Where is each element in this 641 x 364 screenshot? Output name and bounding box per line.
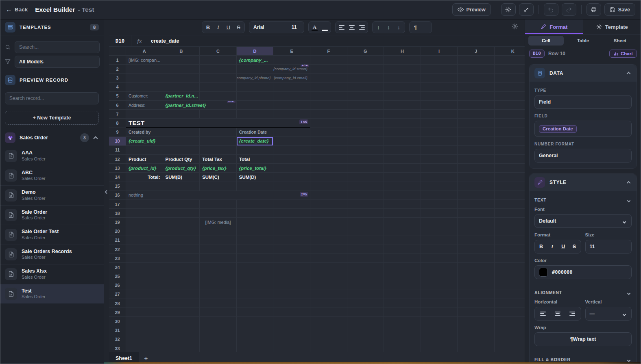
row-header-14[interactable]: 14 [109,173,126,182]
cell-I23[interactable] [421,254,458,263]
style-section-header[interactable]: STYLE [530,174,637,191]
subtab-table[interactable]: Table [565,36,601,46]
align-center-button[interactable] [550,308,565,319]
cell-D26[interactable] [237,281,274,290]
cell-D3[interactable]: {company_id.phone} [237,74,274,82]
text-color-picker[interactable]: #000000 [534,265,632,279]
record-search-input[interactable] [5,92,99,104]
cell-F3[interactable] [310,74,347,82]
cell-D5[interactable] [237,92,274,101]
cell-A1[interactable]: [IMG: compan... [126,56,163,65]
cell-D24[interactable] [237,263,274,272]
cell-B14[interactable]: SUM(B) [163,173,200,182]
cell-J10[interactable] [458,137,495,146]
template-item-sales-xlsx[interactable]: Sales XlsxSales Order [0,264,104,284]
column-header-B[interactable]: B [163,47,200,56]
cell-D12[interactable]: Total [237,155,274,164]
cell-B25[interactable] [163,272,200,281]
cell-F22[interactable] [310,245,347,254]
type-select[interactable]: Field [534,95,632,109]
strikethrough-button[interactable]: S [233,22,244,32]
cell-G8[interactable] [347,119,384,128]
cell-J26[interactable] [458,281,495,290]
row-header-15[interactable]: 15 [109,182,126,191]
cell-C29[interactable] [200,308,237,317]
subtab-cell[interactable]: Cell [528,36,564,46]
cell-F9[interactable] [310,128,347,137]
cell-C11[interactable] [200,146,237,155]
cell-F8[interactable] [310,119,347,128]
template-item-sale-order[interactable]: Sale OrderSales Order [0,205,104,225]
cell-I18[interactable] [421,209,458,218]
cell-H1[interactable] [384,56,421,65]
align-right-button[interactable] [565,308,580,319]
bold-button[interactable]: B [203,22,213,32]
column-header-D[interactable]: D [237,47,274,56]
cell-H7[interactable] [384,110,421,119]
cell-E11[interactable] [273,146,310,155]
row-header-22[interactable]: 22 [109,245,126,254]
cell-G17[interactable] [347,200,384,209]
row-header-31[interactable]: 31 [109,326,126,335]
cell-D10[interactable]: {create_date} [237,137,274,146]
cell-C22[interactable] [200,245,237,254]
cell-H28[interactable] [384,299,421,308]
tab-format[interactable]: Format [525,20,583,34]
cell-B31[interactable] [163,326,200,335]
cell-K15[interactable] [495,182,525,191]
cell-I13[interactable] [421,164,458,173]
cell-J33[interactable] [458,344,495,352]
row-header-23[interactable]: 23 [109,254,126,263]
cell-A3[interactable] [126,74,163,82]
italic-button[interactable]: I [213,22,223,32]
cell-A32[interactable] [126,335,163,344]
cell-G18[interactable] [347,209,384,218]
italic-button[interactable]: I [547,241,558,252]
cell-B9[interactable] [163,128,200,137]
cell-H15[interactable] [384,182,421,191]
cell-K5[interactable] [495,92,525,101]
cell-A28[interactable] [126,299,163,308]
cell-A24[interactable] [126,263,163,272]
cell-E31[interactable] [273,326,310,335]
cell-F16[interactable] [310,191,347,200]
cell-I25[interactable] [421,272,458,281]
cell-K31[interactable] [495,326,525,335]
cell-B2[interactable] [163,65,200,74]
column-header-A[interactable]: A [126,47,163,56]
cell-I8[interactable] [421,119,458,128]
cell-G33[interactable] [347,344,384,352]
cell-F6[interactable] [310,101,347,110]
cell-I11[interactable] [421,146,458,155]
tab-template[interactable]: Template [583,20,641,34]
cell-J16[interactable] [458,191,495,200]
cell-I12[interactable] [421,155,458,164]
cell-J25[interactable] [458,272,495,281]
template-item-sale-order-test[interactable]: Sale Order TestSales Order [0,225,104,245]
cell-H19[interactable] [384,218,421,227]
cell-F13[interactable] [310,164,347,173]
wrap-text-button[interactable]: ¶Wrap text [534,332,632,346]
cell-D27[interactable] [237,290,274,299]
cell-A31[interactable] [126,326,163,335]
cell-H10[interactable] [384,137,421,146]
cell-J30[interactable] [458,317,495,326]
cell-A11[interactable] [126,146,163,155]
cell-F1[interactable] [310,56,347,65]
text-subsection-header[interactable]: TEXT [534,197,632,202]
spreadsheet-grid[interactable]: ABCDEFGHIJK1[IMG: compan...{company_...2… [109,47,525,352]
cell-I31[interactable] [421,326,458,335]
collapse-panels-button[interactable] [519,3,534,16]
cell-G19[interactable] [347,218,384,227]
cell-A30[interactable] [126,317,163,326]
row-header-16[interactable]: 16 [109,191,126,200]
cell-J5[interactable] [458,92,495,101]
cell-J18[interactable] [458,209,495,218]
cell-I20[interactable] [421,227,458,236]
cell-E18[interactable] [273,209,310,218]
cell-H3[interactable] [384,74,421,82]
cell-E6[interactable] [273,101,310,110]
cell-F29[interactable] [310,308,347,317]
cell-F14[interactable] [310,173,347,182]
cell-I5[interactable] [421,92,458,101]
